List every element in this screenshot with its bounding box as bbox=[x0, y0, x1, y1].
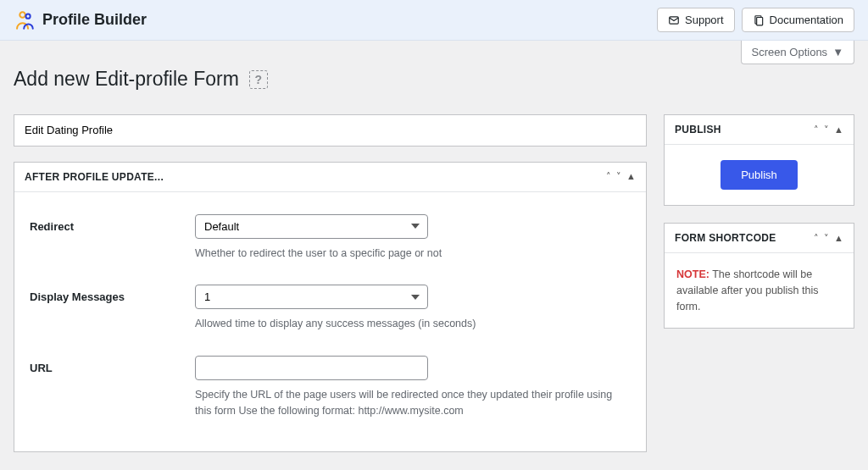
top-bar-actions: Support Documentation bbox=[657, 8, 854, 32]
panel-controls: ˄ ˅ ▲ bbox=[814, 234, 843, 243]
panel-collapse-icon[interactable]: ▲ bbox=[834, 125, 843, 135]
page-title: Add new Edit-profile Form bbox=[14, 68, 239, 91]
chevron-down-icon: ▼ bbox=[832, 46, 843, 58]
redirect-label: Redirect bbox=[30, 214, 195, 233]
panel-move-down-icon[interactable]: ˅ bbox=[824, 234, 829, 243]
publish-button[interactable]: Publish bbox=[721, 160, 798, 190]
panel-controls: ˄ ˅ ▲ bbox=[814, 125, 843, 135]
svg-rect-4 bbox=[756, 17, 762, 25]
brand-name: Profile Builder bbox=[42, 11, 147, 29]
panel-move-up-icon[interactable]: ˄ bbox=[814, 234, 819, 243]
support-label: Support bbox=[685, 14, 724, 26]
shortcode-note-label: NOTE: bbox=[676, 268, 709, 280]
publish-panel-title: PUBLISH bbox=[675, 124, 721, 135]
screen-options-button[interactable]: Screen Options ▼ bbox=[741, 41, 854, 64]
publish-panel-header: PUBLISH ˄ ˅ ▲ bbox=[665, 115, 854, 145]
form-title-input[interactable] bbox=[14, 114, 647, 147]
redirect-select[interactable]: Default bbox=[195, 214, 428, 239]
top-bar: Profile Builder Support Documentation bbox=[0, 0, 868, 41]
documentation-label: Documentation bbox=[770, 14, 843, 26]
panel-move-up-icon[interactable]: ˄ bbox=[606, 172, 611, 181]
after-update-panel: AFTER PROFILE UPDATE... ˄ ˅ ▲ Redirect bbox=[14, 162, 647, 452]
screen-options-label: Screen Options bbox=[752, 46, 828, 58]
svg-point-0 bbox=[19, 12, 25, 18]
publish-panel: PUBLISH ˄ ˅ ▲ Publish bbox=[664, 114, 854, 206]
url-input[interactable] bbox=[195, 356, 428, 380]
mail-icon bbox=[668, 14, 680, 26]
shortcode-panel: FORM SHORTCODE ˄ ˅ ▲ NOTE: The shortcode… bbox=[664, 223, 854, 329]
url-label: URL bbox=[30, 356, 195, 374]
redirect-desc: Whether to redirect the user to a specif… bbox=[195, 246, 631, 262]
panel-move-down-icon[interactable]: ˅ bbox=[824, 125, 829, 135]
shortcode-panel-title: FORM SHORTCODE bbox=[675, 232, 776, 244]
display-messages-label: Display Messages bbox=[30, 285, 195, 303]
panel-controls: ˄ ˅ ▲ bbox=[606, 172, 636, 181]
documentation-button[interactable]: Documentation bbox=[742, 8, 854, 32]
doc-icon bbox=[753, 14, 765, 26]
url-desc: Specify the URL of the page users will b… bbox=[195, 387, 631, 419]
display-messages-desc: Allowed time to display any success mess… bbox=[195, 316, 631, 332]
brand: Profile Builder bbox=[14, 9, 147, 31]
panel-move-up-icon[interactable]: ˄ bbox=[814, 125, 819, 135]
help-icon[interactable]: ? bbox=[249, 70, 268, 89]
panel-collapse-icon[interactable]: ▲ bbox=[834, 234, 843, 243]
shortcode-note: NOTE: The shortcode will be available af… bbox=[665, 253, 854, 328]
shortcode-panel-header: FORM SHORTCODE ˄ ˅ ▲ bbox=[665, 224, 854, 253]
after-update-panel-title: AFTER PROFILE UPDATE... bbox=[25, 171, 164, 183]
brand-logo-icon bbox=[14, 9, 36, 31]
support-button[interactable]: Support bbox=[657, 8, 735, 32]
after-update-panel-header: AFTER PROFILE UPDATE... ˄ ˅ ▲ bbox=[14, 163, 646, 192]
page-title-row: Add new Edit-profile Form ? bbox=[14, 68, 854, 91]
svg-point-1 bbox=[25, 14, 30, 18]
panel-collapse-icon[interactable]: ▲ bbox=[626, 172, 636, 181]
display-messages-select[interactable]: 1 bbox=[195, 285, 428, 309]
panel-move-down-icon[interactable]: ˅ bbox=[616, 172, 621, 181]
